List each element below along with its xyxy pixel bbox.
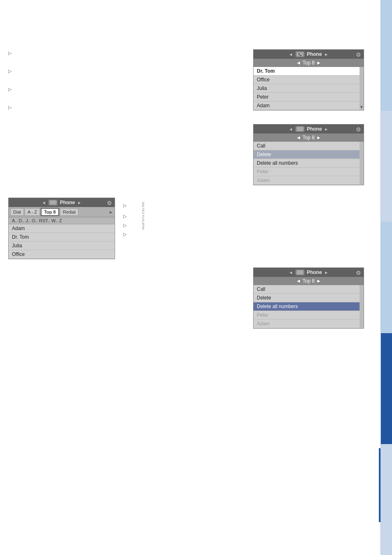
widget1-sub-title: Top 8	[302, 60, 314, 66]
tab-az[interactable]: A - Z	[25, 208, 40, 216]
arrow-6: ▷	[123, 214, 129, 219]
list-item[interactable]: Adam	[254, 101, 360, 110]
list-item[interactable]: Peter	[254, 168, 360, 176]
arrow-5: ▷	[123, 203, 129, 208]
list-item[interactable]: Peter	[254, 93, 360, 101]
svg-rect-4	[297, 270, 303, 274]
side-tab-3[interactable]	[380, 222, 392, 333]
widget2-list: Call Delete Delete all numbers Peter Ada…	[254, 142, 360, 185]
widget2-phone-icon	[295, 126, 304, 132]
widget4-settings-icon[interactable]: ⚙	[356, 269, 361, 276]
tab-dial[interactable]: Dial	[10, 208, 24, 216]
list-item[interactable]: Julia	[9, 242, 115, 250]
widget3-tabs: Dial A - Z Top 8 Redial ►	[9, 207, 115, 217]
list-item[interactable]: Dr. Tom	[9, 233, 115, 242]
list-item[interactable]: Dr. Tom	[254, 67, 360, 76]
widget2-subheader: ◄ Top 8 ►	[254, 134, 364, 142]
widget4-subheader: ◄ Top 8 ►	[254, 277, 364, 285]
widget3-header: ◄ Phone ► ⚙	[9, 198, 115, 207]
widget1-phone-icon: 📞	[295, 51, 304, 57]
widget4-list: Call Delete Delete all numbers Peter Ada…	[254, 285, 360, 328]
list-item[interactable]: Julia	[254, 84, 360, 93]
widget1-subheader: ◄ Top 8 ►	[254, 59, 364, 67]
arrow-7: ▷	[123, 223, 129, 228]
list-item[interactable]: Peter	[254, 311, 360, 320]
widget3-alpha-row: A.. D.. J.. O.. RST.. W.. Z	[9, 217, 115, 224]
phone-widget-1: ◄ 📞 Phone ► ⚙ ◄ Top 8 ► Dr. Tom Of	[253, 49, 364, 111]
widget4-header-left[interactable]: ◄	[289, 270, 293, 275]
widget2-sub-title: Top 8	[302, 135, 314, 140]
list-item[interactable]: Office	[9, 250, 115, 259]
widget1-header: ◄ 📞 Phone ► ⚙	[254, 50, 364, 59]
side-tab-1[interactable]	[380, 0, 392, 111]
svg-rect-2	[297, 127, 303, 131]
list-item[interactable]: Call	[254, 285, 360, 294]
widget1-header-left[interactable]: ◄	[289, 52, 293, 57]
widget4-phone-icon	[295, 269, 304, 275]
widget2-header: ◄ Phone ► ⚙	[254, 124, 364, 134]
side-tab-5[interactable]	[380, 444, 392, 555]
list-item[interactable]: Delete all numbers	[254, 159, 360, 168]
side-tab-4[interactable]	[380, 333, 392, 444]
list-item-delete[interactable]: Delete	[254, 150, 360, 159]
widget1-sub-right[interactable]: ►	[316, 60, 321, 66]
arrow-8: ▷	[123, 232, 129, 237]
list-item[interactable]: Adam	[254, 176, 360, 185]
widget4-header: ◄ Phone ► ⚙	[254, 268, 364, 277]
arrow-1: ▷	[8, 51, 14, 56]
phone-widget-3: ◄ Phone ► ⚙ Dial A - Z Top 8 Redial ►	[8, 198, 115, 259]
list-item[interactable]: Adam	[9, 224, 115, 233]
widget4-title: Phone	[307, 269, 322, 275]
list-item[interactable]: Adam	[254, 320, 360, 328]
widget2-scrollbar[interactable]	[360, 142, 364, 185]
phone-widget-2: ◄ Phone ► ⚙ ◄ Top 8 ► Call Delete	[253, 124, 364, 185]
widget2-title: Phone	[307, 126, 322, 132]
widget3-header-left[interactable]: ◄	[42, 200, 46, 205]
arrow-3: ▷	[8, 87, 14, 92]
list-item[interactable]: Call	[254, 142, 360, 150]
widget3-phone-icon	[48, 200, 58, 205]
widget1-header-right[interactable]: ►	[324, 52, 328, 57]
svg-rect-3	[50, 200, 56, 205]
widget4-header-right[interactable]: ►	[324, 270, 328, 275]
arrow-2: ▷	[8, 69, 14, 74]
svg-text:📞: 📞	[298, 53, 302, 56]
widget3-title: Phone	[60, 200, 75, 205]
widget1-settings-icon[interactable]: ⚙	[356, 51, 361, 58]
widget1-sub-left[interactable]: ◄	[296, 60, 301, 66]
widget4-sub-right[interactable]: ►	[316, 278, 321, 284]
widget4-sub-left[interactable]: ◄	[296, 278, 301, 284]
widget4-sub-title: Top 8	[302, 278, 314, 284]
widget3-header-right[interactable]: ►	[77, 200, 81, 205]
widget3-settings-icon[interactable]: ⚙	[107, 200, 112, 206]
tab-top8[interactable]: Top 8	[41, 208, 59, 216]
widget1-scrollbar[interactable]: ▼	[360, 67, 364, 110]
list-item-delete-all[interactable]: Delete all numbers	[254, 302, 360, 311]
scroll-down-icon: ▼	[360, 105, 364, 109]
widget1-title: Phone	[307, 51, 322, 57]
widget2-header-right[interactable]: ►	[324, 127, 328, 131]
widget2-sub-right[interactable]: ►	[316, 135, 321, 140]
side-tab-2[interactable]	[380, 111, 392, 222]
vertical-accent-bar	[379, 448, 380, 522]
list-item[interactable]: Delete	[254, 294, 360, 302]
widget2-header-left[interactable]: ◄	[289, 127, 293, 131]
side-tabs	[380, 0, 392, 555]
widget3-list: Adam Dr. Tom Julia Office	[9, 224, 115, 259]
arrow-4: ▷	[8, 105, 14, 110]
list-item[interactable]: Office	[254, 76, 360, 84]
tab-expand-icon[interactable]: ►	[109, 210, 113, 214]
widget2-settings-icon[interactable]: ⚙	[356, 126, 361, 133]
widget2-sub-left[interactable]: ◄	[296, 135, 301, 140]
tab-redial[interactable]: Redial	[60, 208, 78, 216]
widget4-scrollbar[interactable]	[360, 285, 364, 328]
phone-widget-4: ◄ Phone ► ⚙ ◄ Top 8 ► Call Delete	[253, 267, 364, 329]
widget1-list: Dr. Tom Office Julia Peter Adam	[254, 67, 360, 110]
